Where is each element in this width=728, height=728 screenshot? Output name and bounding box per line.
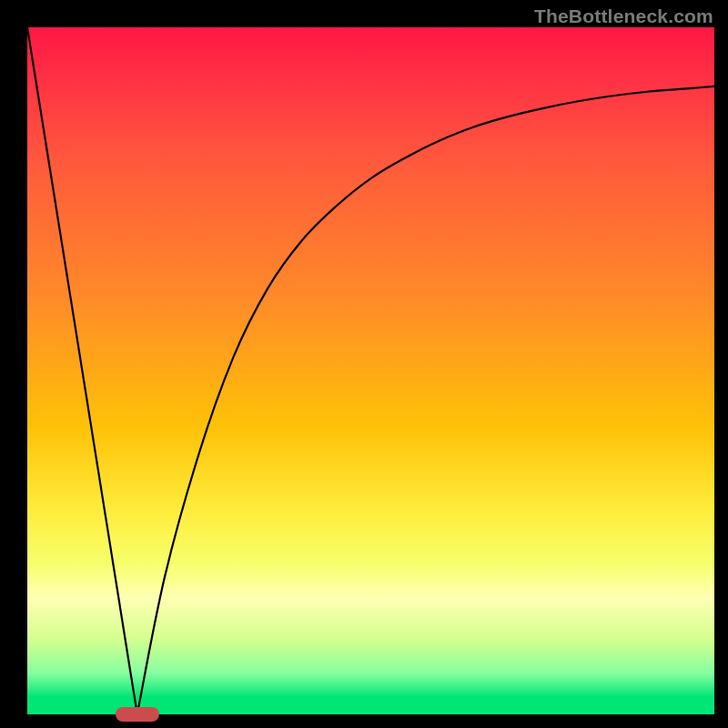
- watermark-text: TheBottleneck.com: [534, 5, 713, 27]
- curve-layer: [27, 27, 714, 714]
- plot-area: [27, 27, 714, 714]
- optimum-marker: [116, 707, 159, 722]
- left-leg-line: [27, 27, 137, 714]
- bottleneck-chart: TheBottleneck.com: [0, 0, 728, 728]
- right-curve-line: [137, 86, 714, 714]
